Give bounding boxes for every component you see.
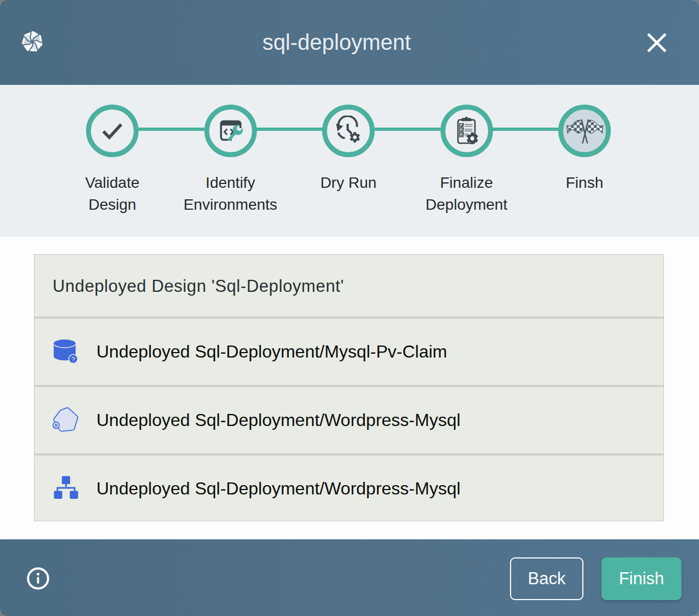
svg-text:?: ?	[71, 356, 75, 362]
